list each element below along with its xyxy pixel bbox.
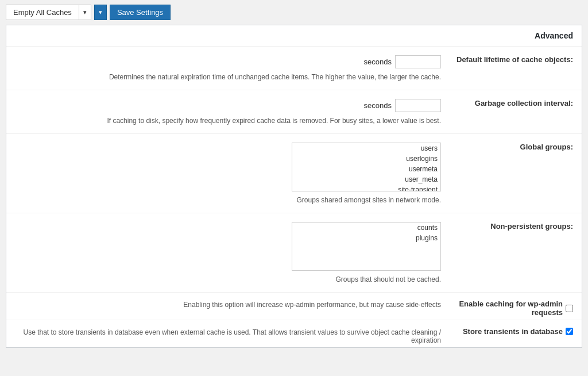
global-groups-list[interactable]: usersuserloginsusermetauser_metasite-tra… bbox=[292, 143, 441, 191]
lifetime-label: Default lifetime of cache objects: bbox=[447, 55, 573, 64]
list-item: user_meta bbox=[292, 174, 440, 185]
lifetime-row: seconds 180 Determines the natural expir… bbox=[6, 47, 582, 90]
save-settings-dropdown-left[interactable]: ▾ bbox=[94, 5, 107, 20]
garbage-seconds-label: seconds bbox=[364, 101, 392, 110]
store-transients-row: Use that to store transients in database… bbox=[6, 320, 582, 347]
non-persistent-left: countsplugins Groups that should not be … bbox=[15, 222, 441, 289]
toolbar: Empty All Caches ▾ ▾ Save Settings bbox=[0, 0, 588, 25]
section-title: Advanced bbox=[6, 25, 582, 47]
list-item: counts bbox=[292, 222, 440, 233]
list-item: userlogins bbox=[292, 154, 440, 164]
garbage-row: seconds 3600 If caching to disk, specify… bbox=[6, 90, 582, 134]
lifetime-seconds-label: seconds bbox=[364, 57, 392, 66]
main-panel: Advanced seconds 180 Determines the natu… bbox=[6, 25, 582, 348]
empty-caches-dropdown[interactable]: ▾ bbox=[79, 5, 91, 20]
settings-form: seconds 180 Determines the natural expir… bbox=[6, 47, 582, 347]
list-item: site-transient bbox=[292, 185, 440, 191]
lifetime-input-group: seconds 180 bbox=[15, 55, 441, 68]
wp-admin-checkbox[interactable] bbox=[566, 305, 573, 312]
list-item: usermeta bbox=[292, 164, 440, 174]
store-transients-checkbox[interactable] bbox=[566, 328, 573, 335]
garbage-input[interactable]: 3600 bbox=[395, 99, 441, 112]
wp-admin-row: Enabling this option will increase wp-ad… bbox=[6, 293, 582, 320]
save-settings-button[interactable]: Save Settings bbox=[110, 5, 171, 20]
garbage-input-group: seconds 3600 bbox=[15, 99, 441, 112]
empty-caches-group: Empty All Caches ▾ bbox=[6, 5, 91, 20]
lifetime-left: seconds 180 Determines the natural expir… bbox=[15, 55, 447, 87]
garbage-left: seconds 3600 If caching to disk, specify… bbox=[15, 99, 447, 131]
global-groups-description: Groups shared amongst sites in network m… bbox=[297, 194, 441, 210]
list-item: plugins bbox=[292, 233, 440, 243]
wp-admin-label: Enable caching for wp-admin requests bbox=[447, 300, 563, 317]
garbage-label: Garbage collection interval: bbox=[447, 99, 573, 108]
global-groups-row: usersuserloginsusermetauser_metasite-tra… bbox=[6, 134, 582, 213]
store-transients-description: Use that to store transients in database… bbox=[15, 327, 447, 344]
empty-caches-button[interactable]: Empty All Caches bbox=[6, 5, 79, 20]
save-settings-group: ▾ Save Settings bbox=[94, 5, 171, 20]
non-persistent-description: Groups that should not be cached. bbox=[336, 274, 441, 289]
non-persistent-list[interactable]: countsplugins bbox=[292, 222, 441, 271]
global-groups-left: usersuserloginsusermetauser_metasite-tra… bbox=[15, 143, 441, 210]
global-groups-label: Global groups: bbox=[447, 143, 573, 151]
non-persistent-row: countsplugins Groups that should not be … bbox=[6, 213, 582, 293]
lifetime-input[interactable]: 180 bbox=[395, 55, 441, 68]
wp-admin-description: Enabling this option will increase wp-ad… bbox=[15, 300, 447, 309]
list-item: users bbox=[292, 143, 440, 154]
garbage-description: If caching to disk, specify how frequent… bbox=[15, 115, 441, 131]
lifetime-description: Determines the natural expiration time o… bbox=[15, 71, 441, 87]
wp-admin-right: Enable caching for wp-admin requests bbox=[447, 300, 573, 317]
store-transients-right: Store transients in database bbox=[447, 327, 573, 336]
store-transients-label: Store transients in database bbox=[463, 327, 563, 336]
non-persistent-label: Non-persistent groups: bbox=[447, 222, 573, 231]
